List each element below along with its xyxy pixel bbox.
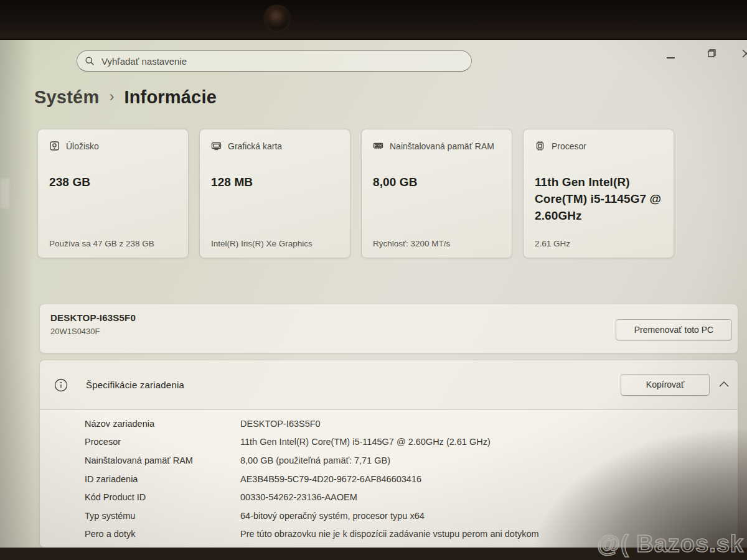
spec-value: Pre túto obrazovku nie je k dispozícii z… [240,529,539,539]
settings-window: Systém › Informácie Úložisko 238 GB Použ… [0,40,747,560]
breadcrumb: Systém › Informácie [34,87,217,108]
spec-value: 64-bitový operačný systém, procesor typu… [240,511,425,521]
card-value: 8,00 GB [373,174,502,191]
page-title: Informácie [124,87,217,108]
webcam-lens [264,5,290,31]
card-label: Procesor [552,139,586,154]
spec-value: 00330-54262-23136-AAOEM [240,492,357,502]
card-detail: Používa sa 47 GB z 238 GB [49,239,179,248]
breadcrumb-system[interactable]: Systém [34,87,99,108]
card-detail: Rýchlosť: 3200 MT/s [373,239,503,248]
spec-label: Názov zariadenia [85,419,240,429]
spec-value: DESKTOP-I63S5F0 [240,419,321,429]
spec-label: Kód Product ID [85,492,240,502]
spec-label: ID zariadenia [85,474,240,484]
storage-icon [49,141,60,151]
card-value: 238 GB [49,174,178,191]
spec-row-device-name: Názov zariadenia DESKTOP-I63S5F0 [85,414,738,433]
spec-label: Pero a dotyk [85,529,240,539]
restore-icon [705,48,718,59]
card-label: Nainštalovaná pamäť RAM [390,139,494,154]
spec-row-processor: Procesor 11th Gen Intel(R) Core(TM) i5-1… [85,433,738,452]
card-label: Úložisko [66,139,99,154]
info-circle-icon [54,378,68,393]
gpu-icon [211,141,222,151]
device-specifications-panel: Špecifikácie zariadenia Kopírovať Názov … [39,360,738,548]
card-ram: Nainštalovaná pamäť RAM 8,00 GB Rýchlosť… [361,129,512,258]
spec-value: AE3B4B59-5C79-4D20-9672-6AF846603416 [240,474,421,484]
card-detail: 2.61 GHz [535,239,665,248]
cpu-icon [535,141,545,151]
chevron-up-icon[interactable] [718,380,730,390]
ram-icon [373,141,383,151]
laptop-screen-photo: Systém › Informácie Úložisko 238 GB Použ… [0,0,747,560]
card-label: Grafická karta [228,139,282,154]
restore-button[interactable] [705,48,720,60]
spec-value: 8,00 GB (použiteľná pamäť: 7,71 GB) [240,455,390,465]
card-graphics: Grafická karta 128 MB Intel(R) Iris(R) X… [199,129,350,258]
card-storage: Úložisko 238 GB Používa sa 47 GB z 238 G… [37,129,189,258]
specs-expander-header[interactable]: Špecifikácie zariadenia Kopírovať [40,360,738,410]
specs-title: Špecifikácie zariadenia [86,380,184,390]
search-icon [85,56,95,66]
card-value: 128 MB [211,174,340,191]
screen-reflection [0,179,9,208]
copy-button[interactable]: Kopírovať [621,374,710,396]
spec-value: 11th Gen Intel(R) Core(TM) i5-1145G7 @ 2… [240,437,491,447]
card-value: 11th Gen Intel(R) Core(TM) i5-1145G7 @ 2… [535,174,664,225]
spec-row-system-type: Typ systému 64-bitový operačný systém, p… [85,506,738,525]
close-button[interactable] [741,48,747,59]
summary-cards: Úložisko 238 GB Používa sa 47 GB z 238 G… [37,129,674,258]
device-name-panel: DESKTOP-I63S5F0 20W1S0430F Premenovať to… [39,304,738,353]
spec-row-ram: Nainštalovaná pamäť RAM 8,00 GB (použite… [85,451,738,470]
watermark: @( Bazos.sk [597,531,744,558]
card-detail: Intel(R) Iris(R) Xe Graphics [211,239,341,248]
laptop-bezel [0,0,747,40]
close-icon [741,48,747,59]
spec-label: Procesor [85,437,240,447]
spec-row-product-id: Kód Product ID 00330-54262-23136-AAOEM [85,488,738,506]
search-input[interactable] [101,56,464,67]
spec-label: Typ systému [85,511,240,521]
specs-table: Názov zariadenia DESKTOP-I63S5F0 Proceso… [40,410,738,548]
spec-row-device-id: ID zariadenia AE3B4B59-5C79-4D20-9672-6A… [85,470,738,488]
search-bar[interactable] [77,50,472,72]
minimize-button[interactable] [662,53,679,63]
card-processor: Procesor 11th Gen Intel(R) Core(TM) i5-1… [523,129,674,258]
chevron-right-icon: › [109,88,114,105]
spec-label: Nainštalovaná pamäť RAM [85,455,240,465]
rename-pc-button[interactable]: Premenovať toto PC [616,319,732,340]
